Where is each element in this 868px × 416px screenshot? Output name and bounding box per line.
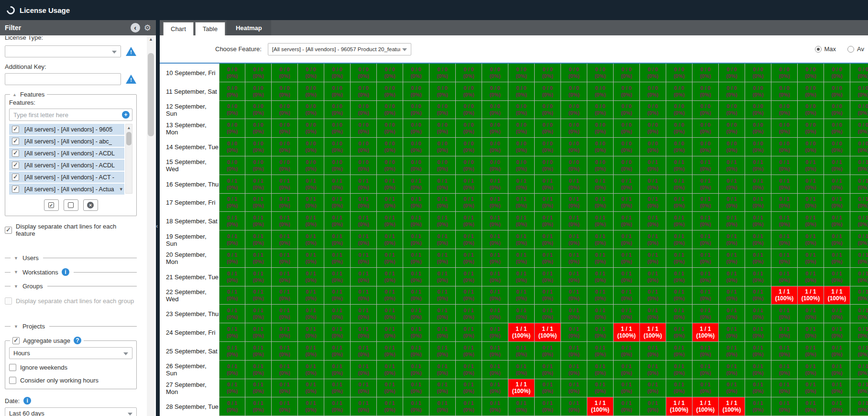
heatmap-cell[interactable]: 0 / 0(0%) <box>377 156 403 175</box>
heatmap-cell[interactable]: 0 / 1(0%) <box>745 156 771 175</box>
heatmap-cell[interactable]: 0 / 1(0%) <box>798 175 824 194</box>
heatmap-cell[interactable]: 0 / 1(0%) <box>640 175 666 194</box>
heatmap-cell[interactable]: 0 / 0(0%) <box>824 64 850 82</box>
license-type-select[interactable] <box>5 45 121 57</box>
heatmap-cell[interactable]: 0 / 1(0%) <box>324 342 351 361</box>
heatmap-cell[interactable]: 0 / 1(0%) <box>482 361 508 379</box>
heatmap-cell[interactable]: 0 / 0(0%) <box>850 119 868 138</box>
heatmap-cell[interactable]: 0 / 1(0%) <box>771 305 798 323</box>
chevron-down-icon[interactable]: ▾ <box>118 186 122 192</box>
heatmap-cell[interactable]: 0 / 1(0%) <box>692 361 719 379</box>
heatmap-cell[interactable]: 0 / 0(0%) <box>535 119 561 138</box>
heatmap-cell[interactable]: 0 / 1(0%) <box>587 249 614 268</box>
tab-chart[interactable]: Chart <box>163 22 194 35</box>
heatmap-cell[interactable]: 0 / 1(0%) <box>324 249 351 268</box>
heatmap-cell[interactable]: 0 / 0(0%) <box>824 82 850 101</box>
heatmap-cell[interactable]: 1 / 1(100%) <box>587 397 614 416</box>
heatmap-cell[interactable]: 1 / 1(100%) <box>640 323 666 342</box>
heatmap-cell[interactable]: 0 / 1(0%) <box>561 230 587 249</box>
heatmap-cell[interactable]: 0 / 1(0%) <box>666 249 692 268</box>
heatmap-cell[interactable]: 0 / 1(0%) <box>719 286 745 305</box>
heatmap-cell[interactable]: 0 / 0(0%) <box>508 101 535 120</box>
heatmap-cell[interactable]: 0 / 1(0%) <box>456 286 482 305</box>
heatmap-cell[interactable]: 0 / 0(0%) <box>324 156 351 175</box>
heatmap-cell[interactable]: 0 / 1(0%) <box>640 194 666 212</box>
heatmap-cell[interactable]: 0 / 1(0%) <box>535 268 561 286</box>
heatmap-cell[interactable]: 0 / 1(0%) <box>351 175 377 194</box>
heatmap-cell[interactable]: 0 / 0(0%) <box>614 156 640 175</box>
heatmap-cell[interactable]: 1 / 1(100%) <box>535 323 561 342</box>
display-group-lines-checkbox[interactable] <box>5 297 12 305</box>
heatmap-cell[interactable]: 0 / 1(0%) <box>824 249 850 268</box>
deselect-all-button[interactable] <box>64 199 78 211</box>
heatmap-cell[interactable]: 0 / 1(0%) <box>272 397 298 416</box>
heatmap-cell[interactable]: 0 / 0(0%) <box>482 138 508 156</box>
heatmap-cell[interactable]: 0 / 0(0%) <box>377 64 403 82</box>
heatmap-cell[interactable]: 0 / 0(0%) <box>324 119 351 138</box>
heatmap-cell[interactable]: 0 / 1(0%) <box>324 305 351 323</box>
heatmap-cell[interactable]: 0 / 1(0%) <box>219 230 245 249</box>
heatmap-cell[interactable]: 0 / 0(0%) <box>245 82 272 101</box>
heatmap-cell[interactable]: 0 / 1(0%) <box>324 230 351 249</box>
heatmap-cell[interactable]: 0 / 0(0%) <box>351 64 377 82</box>
heatmap-cell[interactable]: 0 / 1(0%) <box>219 397 245 416</box>
heatmap-cell[interactable]: 0 / 1(0%) <box>272 286 298 305</box>
heatmap-cell[interactable]: 0 / 0(0%) <box>587 101 614 120</box>
heatmap-cell[interactable]: 0 / 0(0%) <box>219 119 245 138</box>
heatmap-cell[interactable]: 0 / 0(0%) <box>692 64 719 82</box>
heatmap-cell[interactable]: 0 / 1(0%) <box>850 323 868 342</box>
heatmap-cell[interactable]: 0 / 0(0%) <box>298 101 324 120</box>
scrollbar-thumb[interactable] <box>148 53 154 136</box>
heatmap-cell[interactable]: 0 / 1(0%) <box>508 286 535 305</box>
heatmap-cell[interactable]: 0 / 1(0%) <box>508 397 535 416</box>
heatmap-cell[interactable]: 0 / 1(0%) <box>324 268 351 286</box>
heatmap-cell[interactable]: 0 / 1(0%) <box>429 397 456 416</box>
heatmap-cell[interactable]: 0 / 0(0%) <box>824 119 850 138</box>
heatmap-cell[interactable]: 0 / 1(0%) <box>798 342 824 361</box>
heatmap-cell[interactable]: 0 / 1(0%) <box>745 305 771 323</box>
heatmap-cell[interactable]: 0 / 0(0%) <box>245 138 272 156</box>
heatmap-cell[interactable]: 0 / 0(0%) <box>771 82 798 101</box>
heatmap-cell[interactable]: 0 / 0(0%) <box>666 138 692 156</box>
heatmap-cell[interactable]: 0 / 1(0%) <box>351 305 377 323</box>
heatmap-cell[interactable]: 0 / 0(0%) <box>324 64 351 82</box>
heatmap-cell[interactable]: 0 / 1(0%) <box>403 397 429 416</box>
heatmap-cell[interactable]: 0 / 1(0%) <box>298 361 324 379</box>
heatmap-cell[interactable]: 0 / 1(0%) <box>640 305 666 323</box>
heatmap-cell[interactable]: 0 / 1(0%) <box>351 342 377 361</box>
heatmap-cell[interactable]: 0 / 1(0%) <box>351 212 377 230</box>
heatmap-cell[interactable]: 0 / 1(0%) <box>429 194 456 212</box>
heatmap-cell[interactable]: 0 / 1(0%) <box>403 175 429 194</box>
heatmap-cell[interactable]: 0 / 1(0%) <box>692 268 719 286</box>
heatmap-cell[interactable]: 0 / 0(0%) <box>403 119 429 138</box>
heatmap-cell[interactable]: 0 / 1(0%) <box>482 342 508 361</box>
heatmap-cell[interactable]: 0 / 1(0%) <box>272 175 298 194</box>
collapse-grip-icon[interactable]: ‹ <box>156 223 158 229</box>
radio-average[interactable]: Av <box>847 45 864 53</box>
add-feature-icon[interactable]: + <box>122 111 130 119</box>
heatmap-cell[interactable]: 1 / 1(100%) <box>798 286 824 305</box>
heatmap-cell[interactable]: 0 / 1(0%) <box>429 342 456 361</box>
heatmap-cell[interactable]: 0 / 1(0%) <box>245 286 272 305</box>
aggregate-usage-checkbox[interactable] <box>12 337 20 344</box>
heatmap-cell[interactable]: 0 / 1(0%) <box>719 156 745 175</box>
heatmap-cell[interactable]: 0 / 0(0%) <box>429 138 456 156</box>
heatmap-cell[interactable]: 0 / 1(0%) <box>587 212 614 230</box>
heatmap-cell[interactable]: 0 / 1(0%) <box>298 342 324 361</box>
heatmap-cell[interactable]: 0 / 1(0%) <box>245 361 272 379</box>
heatmap-cell[interactable]: 0 / 1(0%) <box>272 268 298 286</box>
heatmap-cell[interactable]: 0 / 0(0%) <box>429 101 456 120</box>
heatmap-cell[interactable]: 0 / 1(0%) <box>798 230 824 249</box>
heatmap-cell[interactable]: 0 / 0(0%) <box>798 82 824 101</box>
heatmap-cell[interactable]: 0 / 1(0%) <box>561 286 587 305</box>
heatmap-cell[interactable]: 0 / 1(0%) <box>377 379 403 398</box>
heatmap-cell[interactable]: 0 / 0(0%) <box>429 82 456 101</box>
heatmap-cell[interactable]: 0 / 1(0%) <box>403 286 429 305</box>
heatmap-cell[interactable]: 0 / 1(0%) <box>771 194 798 212</box>
heatmap-cell[interactable]: 0 / 1(0%) <box>272 230 298 249</box>
heatmap-cell[interactable]: 0 / 0(0%) <box>666 101 692 120</box>
heatmap-cell[interactable]: 0 / 0(0%) <box>456 119 482 138</box>
heatmap-cell[interactable]: 1 / 1(100%) <box>824 286 850 305</box>
heatmap-cell[interactable]: 0 / 0(0%) <box>798 119 824 138</box>
heatmap-cell[interactable]: 0 / 1(0%) <box>666 342 692 361</box>
